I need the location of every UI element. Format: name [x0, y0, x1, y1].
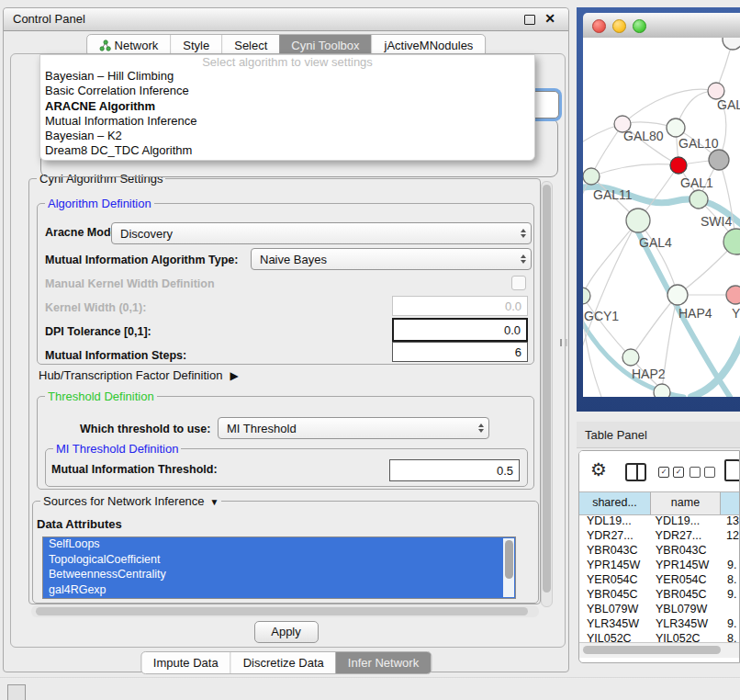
column-header-shared-name[interactable]: shared... [579, 492, 651, 514]
node-label: SWI4 [701, 214, 732, 229]
settings-vertical-scrollbar[interactable] [541, 181, 553, 607]
attribute-item-selected[interactable]: gal4RGexp [43, 583, 515, 599]
dropdown-placeholder: Select algorithm to view settings [40, 55, 534, 69]
network-canvas[interactable]: GAL7 GAL80 GAL10 GAL1 GAL11 SWI4 GAL4 GC… [583, 38, 740, 397]
node-gal10[interactable] [667, 119, 685, 137]
node-y[interactable] [726, 286, 740, 304]
dropdown-item[interactable]: Mutual Information Inference [40, 114, 534, 129]
manual-kernel-checkbox[interactable] [511, 276, 526, 290]
node-swi4[interactable] [690, 190, 708, 209]
attribute-item-selected[interactable]: TopologicalCoefficient [43, 553, 515, 569]
table-row[interactable]: YBL079WYBL079W [579, 603, 739, 617]
manual-kernel-label: Manual Kernel Width Definition [45, 277, 215, 290]
node-label: GAL10 [678, 136, 719, 151]
mi-steps-label: Mutual Information Steps: [45, 349, 186, 362]
tab-discretize-data[interactable]: Discretize Data [230, 652, 336, 673]
control-panel-title: Control Panel [13, 12, 85, 26]
close-window-icon[interactable] [592, 19, 606, 33]
kernel-width-input[interactable] [392, 296, 528, 316]
network-graph: GAL7 GAL80 GAL10 GAL1 GAL11 SWI4 GAL4 GC… [583, 38, 740, 397]
dropdown-item[interactable]: Basic Correlation Inference [40, 84, 534, 98]
sources-collapse-toggle[interactable]: Sources for Network Inference▼ [40, 494, 221, 508]
mi-threshold-group: MI Threshold Definition Mutual Informati… [45, 448, 528, 487]
select-all-icon[interactable]: ✓ ✓ [658, 467, 684, 478]
table-row[interactable]: YPR145WYPR145W9. [579, 559, 739, 573]
node-gcy1[interactable] [583, 288, 590, 304]
node[interactable] [654, 384, 670, 397]
zoom-window-icon[interactable] [633, 19, 646, 33]
node-label: GCY1 [584, 309, 619, 323]
control-panel-window: Control Panel ✕ Network Style Select Cyn… [3, 7, 569, 672]
dropdown-item[interactable]: Bayesian – Hill Climbing [40, 69, 534, 84]
table-row[interactable]: YBR043CYBR043C [579, 544, 739, 559]
column-header-name[interactable]: name [651, 492, 721, 514]
group-title: MI Threshold Definition [53, 442, 181, 456]
node-label: GAL1 [680, 175, 713, 190]
node-label: HAP4 [678, 306, 712, 321]
bottom-left-widget[interactable] [7, 684, 26, 700]
table-body: YDL19...YDL19...13 YDR27...YDR27...12 YB… [579, 514, 739, 662]
node-label: GAL7 [717, 97, 740, 112]
table-row[interactable]: YDR27...YDR27...12 [579, 529, 739, 544]
node-hap2[interactable] [622, 349, 639, 366]
hub-definition-expander[interactable]: Hub/Transcription Factor Definition▶ [39, 368, 239, 382]
node[interactable] [723, 229, 740, 254]
node-gal1[interactable] [670, 157, 687, 174]
dropdown-item-selected[interactable]: ARACNE Algorithm [40, 99, 534, 114]
unchecked-box-icon [704, 467, 715, 478]
node-gal11[interactable] [583, 168, 600, 185]
list-vertical-scrollbar[interactable] [503, 538, 514, 597]
minimize-window-icon[interactable] [612, 19, 626, 33]
table-panel-window: ⚙ ✓ ✓ shared... name YDL19...YDL19...13 … [578, 450, 740, 663]
mi-type-select[interactable]: Naive Bayes [251, 248, 532, 270]
node-gal4[interactable] [626, 209, 650, 232]
network-window-titlebar[interactable] [583, 13, 740, 39]
which-threshold-select[interactable]: MI Threshold [218, 417, 489, 439]
table-horizontal-scrollbar[interactable] [579, 642, 739, 658]
apply-button[interactable]: Apply [254, 621, 319, 643]
tab-network-label: Network [115, 39, 159, 52]
cyni-algorithm-settings-group: Cyni Algorithm Settings Algorithm Defini… [28, 178, 541, 604]
group-title: Algorithm Definition [45, 197, 154, 210]
aracne-mode-label: Aracne Mode: [45, 226, 121, 239]
network-window: GAL7 GAL80 GAL10 GAL1 GAL11 SWI4 GAL4 GC… [583, 13, 740, 397]
attribute-item-selected[interactable]: SelfLoops [43, 537, 515, 553]
table-panel-header: Table Panel [577, 422, 740, 448]
dropdown-item[interactable]: Dream8 DC_TDC Algorithm [40, 143, 534, 158]
node[interactable] [709, 150, 729, 170]
mi-steps-input[interactable] [392, 342, 528, 362]
mi-threshold-input[interactable] [389, 459, 520, 481]
node-label: GAL4 [639, 235, 672, 250]
table-row[interactable]: YLR345WYLR345W9. [579, 617, 739, 632]
table-row[interactable]: YER054CYER054C8. [579, 573, 739, 588]
table-header-row: shared... name [579, 491, 740, 515]
node-labels: GAL7 GAL80 GAL10 GAL1 GAL11 SWI4 GAL4 GC… [584, 97, 740, 381]
export-table-icon[interactable] [724, 459, 740, 481]
close-panel-icon[interactable]: ✕ [544, 11, 555, 26]
column-header[interactable] [721, 492, 740, 514]
which-threshold-label: Which threshold to use: [80, 423, 210, 435]
tab-infer-network[interactable]: Infer Network [336, 652, 431, 673]
aracne-mode-select[interactable]: Discovery [111, 222, 532, 244]
table-row[interactable]: YBR045CYBR045C9. [579, 588, 739, 603]
threshold-definition-group: Threshold Definition Which threshold to … [37, 396, 534, 490]
algorithm-definition-group: Algorithm Definition Aracne Mode: Discov… [37, 203, 534, 365]
columns-icon[interactable] [625, 463, 646, 481]
deselect-all-icon[interactable] [690, 467, 715, 478]
dropdown-item[interactable]: Bayesian – K2 [40, 129, 534, 143]
mi-threshold-label: Mutual Information Threshold: [51, 463, 218, 476]
attribute-item-selected[interactable]: BetweennessCentrality [43, 568, 515, 583]
dpi-tolerance-input[interactable] [392, 318, 528, 342]
settings-horizontal-scrollbar[interactable] [31, 605, 539, 617]
tab-impute-data[interactable]: Impute Data [141, 652, 230, 673]
panel-divider-handle[interactable] [560, 339, 567, 346]
mi-type-label: Mutual Information Algorithm Type: [45, 254, 238, 266]
gear-icon[interactable]: ⚙ [590, 458, 607, 480]
table-row[interactable]: YDL19...YDL19...13 [579, 514, 739, 529]
network-window-frame[interactable]: GAL7 GAL80 GAL10 GAL1 GAL11 SWI4 GAL4 GC… [577, 7, 740, 412]
sources-group: Sources for Network Inference▼ Data Attr… [32, 501, 539, 604]
table-panel-title: Table Panel [585, 428, 647, 442]
node[interactable] [723, 38, 740, 50]
node-hap4[interactable] [667, 285, 688, 305]
float-panel-icon[interactable] [524, 15, 535, 25]
